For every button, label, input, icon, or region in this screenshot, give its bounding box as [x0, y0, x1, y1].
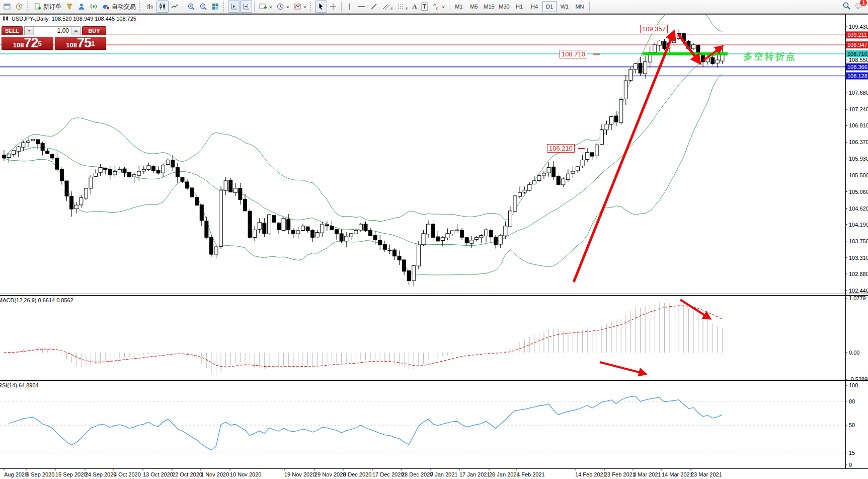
svg-text:103.310: 103.310: [849, 255, 868, 261]
svg-text:29 Nov 2020: 29 Nov 2020: [314, 471, 346, 477]
svg-text:8 Dec 2020: 8 Dec 2020: [343, 471, 371, 477]
svg-text:-0.5289: -0.5289: [849, 376, 867, 382]
svg-text:22 Oct 2020: 22 Oct 2020: [172, 471, 202, 477]
sell-price-pips: 72: [24, 37, 38, 49]
svg-text:17 Jan 2021: 17 Jan 2021: [459, 471, 490, 477]
svg-text:80: 80: [849, 398, 855, 404]
svg-text:13 Oct 2020: 13 Oct 2020: [143, 471, 173, 477]
svg-text:105.060: 105.060: [849, 189, 868, 195]
buy-price-point: 1: [91, 37, 95, 50]
svg-text:4 Oct 2020: 4 Oct 2020: [114, 471, 141, 477]
svg-text:108.128: 108.128: [847, 73, 867, 79]
symbol-period-label: USDJPY-,Daily: [12, 16, 49, 22]
svg-text:Aug 2020: Aug 2020: [4, 471, 28, 477]
svg-text:17 Dec 2020: 17 Dec 2020: [372, 471, 404, 477]
volume-input[interactable]: 1.00: [34, 27, 71, 35]
price-annotation-108710[interactable]: 108.710: [560, 50, 587, 58]
svg-text:1.0779: 1.0779: [849, 295, 866, 301]
svg-text:4 Mar 2021: 4 Mar 2021: [633, 471, 661, 477]
svg-text:15: 15: [849, 450, 855, 456]
macd-indicator-label: MACD(12,26,9) 0.6614 0.8562: [0, 297, 73, 303]
svg-text:26 Jan 2021: 26 Jan 2021: [489, 471, 520, 477]
sell-price-big-figure: 108: [13, 41, 24, 49]
svg-text:108.710: 108.710: [847, 51, 867, 57]
svg-text:24 Sep 2020: 24 Sep 2020: [85, 471, 116, 477]
svg-text:15 Sep 2020: 15 Sep 2020: [55, 471, 87, 477]
volume-increase-button[interactable]: [71, 27, 80, 35]
buy-price-panel[interactable]: 108 75 1: [55, 37, 107, 50]
svg-text:100: 100: [849, 382, 858, 388]
rsi-indicator-label: RSI(14) 64.8904: [0, 382, 39, 388]
svg-text:1 Nov 2020: 1 Nov 2020: [201, 471, 229, 477]
svg-text:0: 0: [849, 462, 852, 468]
svg-text:107.240: 107.240: [849, 106, 868, 112]
svg-text:105.500: 105.500: [849, 172, 868, 178]
svg-text:0.00: 0.00: [849, 350, 859, 356]
price-annotation-109357[interactable]: 109.357: [640, 25, 668, 33]
svg-text:109.211: 109.211: [847, 32, 867, 38]
buy-price-big-figure: 108: [66, 41, 77, 49]
volume-stepper: 1.00: [24, 26, 81, 35]
svg-text:107.680: 107.680: [849, 90, 868, 96]
svg-text:23 Feb 2021: 23 Feb 2021: [604, 471, 636, 477]
svg-text:14 Feb 2021: 14 Feb 2021: [575, 471, 606, 477]
svg-text:106.810: 106.810: [849, 122, 868, 128]
svg-text:6 Sep 2020: 6 Sep 2020: [26, 471, 54, 477]
one-click-trading-panel: SELL 1.00 BUY 108 72 5 108 75 1: [2, 26, 106, 50]
svg-text:104.190: 104.190: [849, 222, 868, 228]
svg-text:102.880: 102.880: [849, 271, 868, 277]
svg-text:105.930: 105.930: [849, 156, 868, 162]
svg-text:4 Feb 2021: 4 Feb 2021: [517, 471, 545, 477]
svg-text:23 Mar 2021: 23 Mar 2021: [691, 471, 722, 477]
svg-text:102.440: 102.440: [849, 288, 868, 294]
price-annotation-106210[interactable]: 106.210: [547, 144, 575, 153]
symbol-icon: [3, 16, 9, 22]
volume-decrease-button[interactable]: [25, 27, 34, 35]
buy-price-pips: 75: [77, 37, 91, 49]
svg-text:28 Dec 2020: 28 Dec 2020: [402, 471, 433, 477]
svg-text:7 Jan 2021: 7 Jan 2021: [430, 471, 457, 477]
sell-button[interactable]: SELL: [2, 26, 23, 35]
down-arrow-icon: [27, 30, 31, 34]
svg-text:106.370: 106.370: [849, 139, 868, 145]
svg-text:10 Nov 2020: 10 Nov 2020: [230, 471, 261, 477]
chart-surface[interactable]: 109.430108.550107.680107.240106.810106.3…: [0, 0, 868, 479]
svg-text:14 Mar 2021: 14 Mar 2021: [662, 471, 693, 477]
svg-text:19 Nov 2020: 19 Nov 2020: [284, 471, 315, 477]
svg-text:108.947: 108.947: [847, 42, 867, 48]
sell-price-panel[interactable]: 108 72 5: [2, 37, 53, 50]
sell-price-point: 5: [38, 37, 42, 50]
svg-text:109.430: 109.430: [849, 24, 868, 30]
svg-text:50: 50: [849, 422, 855, 428]
ohlc-readout: 108.520 108.949 108.445 108.725: [52, 16, 136, 22]
chart-title: USDJPY-,Daily 108.520 108.949 108.445 10…: [3, 16, 136, 22]
svg-text:108.366: 108.366: [847, 64, 867, 70]
svg-text:103.750: 103.750: [849, 238, 868, 244]
turning-point-note: 多空转折点: [743, 50, 797, 62]
svg-text:108.550: 108.550: [849, 57, 868, 63]
buy-button[interactable]: BUY: [82, 26, 106, 35]
svg-text:104.620: 104.620: [849, 206, 868, 212]
up-arrow-icon: [74, 28, 78, 32]
